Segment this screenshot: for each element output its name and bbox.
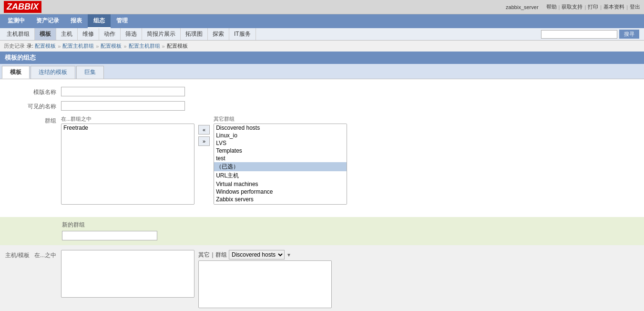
nav-config[interactable]: 组态 bbox=[88, 14, 111, 28]
new-group-input[interactable] bbox=[62, 231, 157, 240]
breadcrumb-link-2[interactable]: 配置主机群组 bbox=[62, 42, 94, 50]
host-in-list[interactable] bbox=[61, 250, 194, 298]
visible-name-input-wrap bbox=[61, 101, 640, 111]
history-label: 历史记录 bbox=[4, 42, 25, 50]
main-nav: 监测中 资产记录 报表 组态 管理 bbox=[0, 14, 644, 28]
subnav-hostgroup[interactable]: 主机群组 bbox=[2, 28, 35, 40]
logo: ZABBIX bbox=[4, 1, 41, 13]
top-links: 帮助 | 获取支持 | 打印 | 基本资料 | 登出 bbox=[546, 3, 640, 10]
groups-row: 群组 在...群组之中 Freetrade « » 其它群组 Discovere… bbox=[4, 115, 640, 205]
search-area: 搜寻 bbox=[538, 28, 642, 40]
sub-nav: 主机群组 模板 主机 维修 动作 筛选 简报片展示 拓璞图 探索 IT服务 搜寻 bbox=[0, 28, 644, 41]
template-name-row: 模版名称 bbox=[4, 87, 640, 96]
host-content: 其它｜群组 Discovered hosts ▼ bbox=[61, 250, 332, 308]
nav-assets[interactable]: 资产记录 bbox=[31, 14, 65, 28]
subnav-itservice[interactable]: IT服务 bbox=[229, 28, 256, 40]
section-header: 模板的组态 bbox=[0, 52, 644, 64]
in-groups-list[interactable]: Freetrade bbox=[61, 124, 194, 205]
in-groups-label: 在...群组之中 bbox=[61, 115, 194, 123]
transfer-buttons: « » bbox=[198, 115, 210, 146]
subnav-host[interactable]: 主机 bbox=[56, 28, 78, 40]
tab-macros[interactable]: 巨集 bbox=[76, 66, 104, 79]
form-area: 模版名称 可见的名称 群组 在...群组之中 Freetrade « » bbox=[0, 79, 644, 217]
tab-template[interactable]: 模板 bbox=[2, 66, 30, 79]
username: zabbix_server bbox=[506, 4, 538, 10]
host-other-section: 其它｜群组 Discovered hosts ▼ bbox=[198, 250, 332, 308]
other-group-label: 其它｜群组 bbox=[198, 251, 227, 259]
top-bar: ZABBIX zabbix_server 帮助 | 获取支持 | 打印 | 基本… bbox=[0, 0, 644, 14]
host-template-row: 主机/模板 在...之中 其它｜群组 Discovered hosts ▼ bbox=[0, 250, 644, 308]
search-button[interactable]: 搜寻 bbox=[619, 30, 639, 39]
subnav-template[interactable]: 模板 bbox=[35, 28, 56, 40]
search-input[interactable] bbox=[541, 30, 617, 39]
logout-link[interactable]: 登出 bbox=[630, 3, 640, 10]
tab-linked-templates[interactable]: 连结的模板 bbox=[31, 66, 75, 79]
groups-content: 在...群组之中 Freetrade « » 其它群组 Discovered h… bbox=[61, 115, 640, 205]
help-link[interactable]: 帮助 bbox=[546, 3, 557, 10]
transfer-left-btn[interactable]: « bbox=[198, 125, 210, 135]
subnav-slideshow[interactable]: 简报片展示 bbox=[142, 28, 181, 40]
visible-name-row: 可见的名称 bbox=[4, 101, 640, 111]
dropdown-arrow-icon: ▼ bbox=[286, 252, 291, 258]
host-other-list[interactable] bbox=[198, 260, 332, 308]
template-name-input[interactable] bbox=[61, 87, 185, 96]
subnav-topology[interactable]: 拓璞图 bbox=[181, 28, 208, 40]
breadcrumb-current: 配置模板 bbox=[167, 42, 188, 50]
left-group-section: 在...群组之中 Freetrade bbox=[61, 115, 194, 205]
breadcrumb-link-4[interactable]: 配置主机群组 bbox=[129, 42, 160, 50]
new-group-label: 新的群组 bbox=[62, 221, 640, 229]
breadcrumb-link-1[interactable]: 配置模板 bbox=[35, 42, 56, 50]
new-group-row: 新的群组 bbox=[0, 217, 644, 245]
print-link[interactable]: 打印 bbox=[588, 3, 598, 10]
subnav-discovery[interactable]: 探索 bbox=[208, 28, 229, 40]
template-name-label: 模版名称 bbox=[4, 87, 61, 96]
profile-link[interactable]: 基本资料 bbox=[603, 3, 624, 10]
transfer-right-btn[interactable]: » bbox=[198, 136, 210, 146]
other-groups-label: 其它群组 bbox=[214, 115, 347, 123]
visible-name-label: 可见的名称 bbox=[4, 101, 61, 111]
tabs-strip: 模板 连结的模板 巨集 bbox=[0, 64, 644, 79]
breadcrumb: 历史记录 录: 配置模板 » 配置主机群组 » 配置模板 » 配置主机群组 » … bbox=[0, 41, 644, 52]
breadcrumb-link-3[interactable]: 配置模板 bbox=[101, 42, 122, 50]
visible-name-input[interactable] bbox=[61, 101, 185, 111]
subnav-filter[interactable]: 筛选 bbox=[121, 28, 142, 40]
groups-label: 群组 bbox=[4, 115, 61, 125]
template-name-input-wrap bbox=[61, 87, 640, 96]
nav-monitor[interactable]: 监测中 bbox=[2, 14, 31, 28]
subnav-action[interactable]: 动作 bbox=[99, 28, 121, 40]
host-label: 主机/模板 在...之中 bbox=[4, 250, 61, 259]
other-groups-list[interactable]: Discovered hosts Linux_io LVS Templates … bbox=[214, 124, 347, 205]
support-link[interactable]: 获取支持 bbox=[562, 3, 583, 10]
nav-reports[interactable]: 报表 bbox=[65, 14, 88, 28]
nav-admin[interactable]: 管理 bbox=[111, 14, 133, 28]
host-group-select-row: 其它｜群组 Discovered hosts ▼ bbox=[198, 250, 332, 259]
right-group-section: 其它群组 Discovered hosts Linux_io LVS Templ… bbox=[214, 115, 347, 205]
subnav-maintenance[interactable]: 维修 bbox=[78, 28, 99, 40]
host-group-select[interactable]: Discovered hosts bbox=[229, 250, 285, 259]
